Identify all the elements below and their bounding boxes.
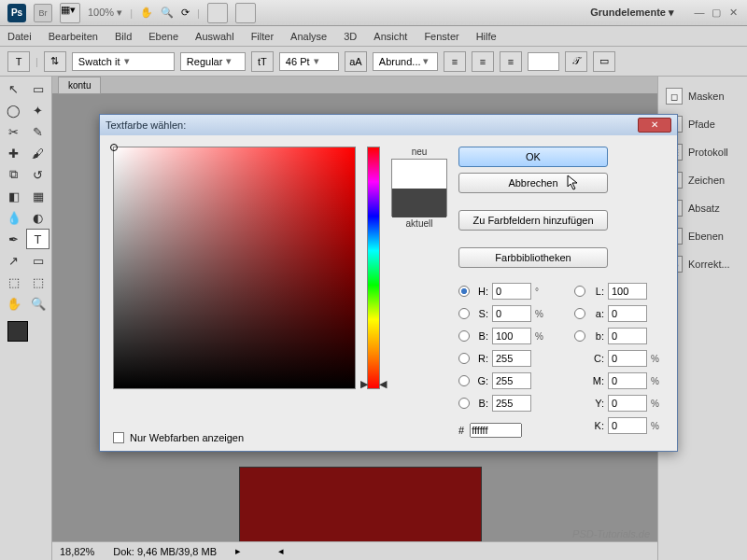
arrange-button[interactable]: ▦▾ xyxy=(60,3,80,23)
radio-h[interactable] xyxy=(458,286,470,297)
input-m[interactable] xyxy=(608,372,647,389)
input-g[interactable] xyxy=(492,372,531,389)
menu-fenster[interactable]: Fenster xyxy=(424,31,458,42)
menu-auswahl[interactable]: Auswahl xyxy=(195,31,234,42)
statusbar: 18,82% Dok: 9,46 MB/39,8 MB ▸◂ xyxy=(52,541,657,560)
current-color[interactable] xyxy=(392,189,446,217)
3d-tool[interactable]: ⬚ xyxy=(2,272,25,292)
menu-datei[interactable]: Datei xyxy=(7,31,32,42)
hand-icon[interactable]: ✋ xyxy=(140,7,153,19)
path-tool[interactable]: ↗ xyxy=(2,250,25,271)
stamp-tool[interactable]: ⧉ xyxy=(2,164,25,185)
input-h[interactable] xyxy=(492,283,531,300)
toolbox: ↖ ▭ ◯ ✦ ✂ ✎ ✚ 🖌 ⧉ ↺ ◧ ▦ 💧 ◐ ✒ T ↗ ▭ ⬚ ⬚ … xyxy=(0,77,52,560)
eyedropper-tool[interactable]: ✎ xyxy=(26,121,49,142)
input-hex[interactable] xyxy=(470,423,522,438)
zoom-level[interactable]: 100% ▾ xyxy=(88,7,122,19)
eraser-tool[interactable]: ◧ xyxy=(2,186,25,206)
marquee-tool[interactable]: ▭ xyxy=(26,78,49,99)
menu-hilfe[interactable]: Hilfe xyxy=(476,31,497,42)
extras-button[interactable] xyxy=(235,3,256,23)
wand-tool[interactable]: ✦ xyxy=(26,100,49,120)
rotate-icon[interactable]: ⟳ xyxy=(181,7,190,19)
hand-tool[interactable]: ✋ xyxy=(2,293,25,314)
blur-tool[interactable]: 💧 xyxy=(2,207,25,228)
history-brush-tool[interactable]: ↺ xyxy=(26,164,49,185)
radio-b[interactable] xyxy=(458,330,470,342)
align-left-button[interactable]: ≡ xyxy=(444,51,466,72)
character-panel-button[interactable]: ▭ xyxy=(593,51,615,72)
web-colors-checkbox[interactable] xyxy=(113,432,124,443)
artwork xyxy=(239,467,482,551)
radio-bb[interactable] xyxy=(458,398,470,409)
move-tool[interactable]: ↖ xyxy=(2,78,25,99)
align-right-button[interactable]: ≡ xyxy=(500,51,522,72)
input-s[interactable] xyxy=(492,305,531,322)
input-a[interactable] xyxy=(608,305,647,322)
radio-r[interactable] xyxy=(458,353,470,364)
bridge-button[interactable]: Br xyxy=(34,4,52,22)
menu-3d[interactable]: 3D xyxy=(344,31,357,42)
add-swatch-button[interactable]: Zu Farbfeldern hinzufügen xyxy=(458,210,608,231)
maximize-button[interactable]: ▢ xyxy=(710,7,723,20)
menu-bild[interactable]: Bild xyxy=(115,31,132,42)
text-color-swatch[interactable] xyxy=(528,52,559,71)
dialog-titlebar[interactable]: Textfarbe wählen: ✕ xyxy=(100,115,677,135)
input-lb[interactable] xyxy=(608,328,647,344)
input-bb[interactable] xyxy=(492,395,531,412)
dialog-close-button[interactable]: ✕ xyxy=(638,118,671,133)
web-colors-label: Nur Webfarben anzeigen xyxy=(130,432,244,443)
close-button[interactable]: ✕ xyxy=(726,7,740,20)
heal-tool[interactable]: ✚ xyxy=(2,143,25,163)
anti-alias-select[interactable]: Abrund...▾ xyxy=(373,52,438,71)
workspace-selector[interactable]: Grundelemente ▾ xyxy=(590,7,674,19)
color-libraries-button[interactable]: Farbbibliotheken xyxy=(458,247,608,268)
document-tab[interactable]: kontu xyxy=(58,77,101,94)
color-field[interactable] xyxy=(113,147,356,389)
radio-s[interactable] xyxy=(458,308,470,319)
color-marker[interactable] xyxy=(110,144,118,151)
radio-lb[interactable] xyxy=(574,330,585,342)
3d-camera-tool[interactable]: ⬚ xyxy=(26,272,49,292)
type-tool[interactable]: T xyxy=(26,229,49,249)
radio-a[interactable] xyxy=(574,308,585,319)
input-b[interactable] xyxy=(492,328,531,344)
input-r[interactable] xyxy=(492,350,531,367)
new-color xyxy=(392,160,446,189)
panel-masken[interactable]: ◻Masken xyxy=(662,82,743,110)
input-k[interactable] xyxy=(608,417,647,434)
input-l[interactable] xyxy=(608,283,647,300)
font-family-select[interactable]: Swatch it▾ xyxy=(72,52,175,71)
gradient-tool[interactable]: ▦ xyxy=(26,186,49,206)
pen-tool[interactable]: ✒ xyxy=(2,229,25,249)
align-center-button[interactable]: ≡ xyxy=(472,51,494,72)
zoom-tool[interactable]: 🔍 xyxy=(26,293,49,314)
zoom-readout[interactable]: 18,82% xyxy=(60,546,94,557)
menu-ebene[interactable]: Ebene xyxy=(148,31,178,42)
hue-slider[interactable]: ▶◀ xyxy=(367,147,380,389)
menu-analyse[interactable]: Analyse xyxy=(290,31,327,42)
ok-button[interactable]: OK xyxy=(458,147,608,167)
menu-filter[interactable]: Filter xyxy=(251,31,274,42)
crop-tool[interactable]: ✂ xyxy=(2,121,25,142)
foreground-color[interactable] xyxy=(7,321,28,342)
color-swatches[interactable] xyxy=(2,319,49,353)
brush-tool[interactable]: 🖌 xyxy=(26,143,49,163)
menu-ansicht[interactable]: Ansicht xyxy=(374,31,407,42)
radio-l[interactable] xyxy=(574,286,585,297)
radio-g[interactable] xyxy=(458,375,470,386)
input-c[interactable] xyxy=(608,350,647,367)
screen-mode-button[interactable] xyxy=(207,3,228,23)
warp-text-button[interactable]: 𝒯 xyxy=(565,51,587,72)
font-size-select[interactable]: 46 Pt▾ xyxy=(279,52,339,71)
shape-tool[interactable]: ▭ xyxy=(26,250,49,271)
font-style-select[interactable]: Regular▾ xyxy=(180,52,246,71)
lasso-tool[interactable]: ◯ xyxy=(2,100,25,120)
menu-bearbeiten[interactable]: Bearbeiten xyxy=(49,31,98,42)
minimize-button[interactable]: — xyxy=(693,7,706,20)
zoom-icon[interactable]: 🔍 xyxy=(161,7,174,19)
dodge-tool[interactable]: ◐ xyxy=(26,207,49,228)
cancel-button[interactable]: Abbrechen xyxy=(458,173,608,193)
orientation-button[interactable]: ⇅ xyxy=(44,51,66,72)
input-y[interactable] xyxy=(608,395,647,412)
